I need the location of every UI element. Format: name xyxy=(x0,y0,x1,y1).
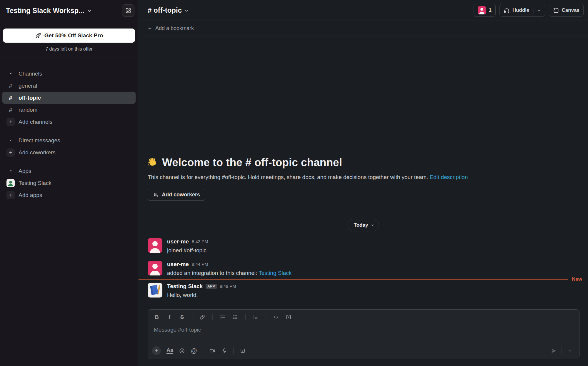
sidebar-item-random[interactable]: # random xyxy=(0,104,138,116)
message-content: user-me 8:44 PM added an integration to … xyxy=(167,261,291,277)
message-author[interactable]: user-me xyxy=(167,261,189,268)
unread-label: New xyxy=(572,276,582,282)
sidebar-gap xyxy=(0,158,138,165)
add-bookmark-button[interactable]: Add a bookmark xyxy=(155,25,194,31)
message-input[interactable]: Message #off-topic xyxy=(148,322,579,333)
huddle-more-chevron-icon[interactable] xyxy=(537,9,541,12)
message-timestamp[interactable]: 8:49 PM xyxy=(220,283,236,290)
canvas-button[interactable]: Canvas xyxy=(549,4,584,17)
new-message-button[interactable] xyxy=(122,4,134,17)
video-camera-icon xyxy=(209,347,216,354)
huddle-label: Huddle xyxy=(512,7,529,13)
composer-actions: Aa @ xyxy=(148,342,579,359)
toolbar-divider xyxy=(212,314,213,320)
workspace-switcher[interactable]: Testing Slack Worksp... xyxy=(6,6,92,15)
add-channels-button[interactable]: Add channels xyxy=(0,116,138,128)
strikethrough-button[interactable]: S xyxy=(177,312,187,322)
italic-button[interactable]: I xyxy=(164,312,174,322)
audio-button[interactable] xyxy=(219,346,230,356)
message-text: Hello, world. xyxy=(167,291,236,299)
date-divider-button[interactable]: Today xyxy=(348,219,379,231)
unread-divider-line xyxy=(139,279,568,280)
dms-section-label: Direct messages xyxy=(19,137,60,144)
integration-link[interactable]: Testing Slack xyxy=(259,270,291,276)
attach-button[interactable] xyxy=(152,346,161,355)
blockquote-button[interactable] xyxy=(251,312,261,322)
add-apps-button[interactable]: Add apps xyxy=(0,189,138,201)
message-content: user-me 8:42 PM joined #off-topic. xyxy=(167,238,208,254)
add-coworkers-label: Add coworkers xyxy=(19,149,56,156)
plus-icon xyxy=(6,148,15,157)
edit-description-link[interactable]: Edit description xyxy=(430,174,468,180)
schedule-send-chevron[interactable] xyxy=(564,346,575,356)
shortcuts-button[interactable] xyxy=(237,346,248,356)
date-divider: Today xyxy=(139,219,588,232)
welcome-heading: Welcome to the # off-topic channel xyxy=(148,156,570,169)
toolbar-divider xyxy=(203,347,203,354)
slack-window: Testing Slack Worksp... Get 50% Off Slac… xyxy=(0,0,588,366)
message-text: joined #off-topic. xyxy=(167,247,208,254)
send-button[interactable] xyxy=(548,346,559,356)
channel-label: random xyxy=(19,107,37,113)
members-button[interactable]: 1 xyxy=(474,4,495,17)
message-timestamp[interactable]: 8:42 PM xyxy=(192,238,208,245)
add-coworkers-button[interactable]: Add coworkers xyxy=(148,189,205,201)
toolbar-divider xyxy=(233,347,234,354)
code-icon xyxy=(273,314,279,320)
ordered-list-icon xyxy=(220,314,226,320)
upgrade-pro-button[interactable]: Get 50% Off Slack Pro xyxy=(3,29,135,43)
message-content: Testing Slack APP 8:49 PM Hello, world. xyxy=(167,283,236,299)
channel-label: off-topic xyxy=(19,95,41,101)
toolbar-divider xyxy=(266,314,266,320)
bulleted-list-button[interactable] xyxy=(230,312,240,322)
sidebar-item-general[interactable]: # general xyxy=(0,80,138,92)
channel-title-button[interactable]: # off-topic xyxy=(148,6,189,14)
header-actions: 1 Huddle Canvas xyxy=(474,4,584,17)
toolbar-divider xyxy=(192,314,192,320)
bold-button[interactable]: B xyxy=(152,312,162,322)
mention-button[interactable]: @ xyxy=(189,346,199,356)
bookmarks-bar: Add a bookmark xyxy=(139,21,588,36)
add-coworkers-button-label: Add coworkers xyxy=(162,192,200,198)
waving-hand-emoji xyxy=(148,157,158,168)
message-composer[interactable]: B I S Messag xyxy=(148,309,579,359)
blockquote-icon xyxy=(253,314,259,320)
apps-section-header[interactable]: Apps xyxy=(0,165,138,177)
message-author[interactable]: Testing Slack xyxy=(167,283,203,290)
hash-icon: # xyxy=(6,83,15,89)
microphone-icon xyxy=(221,348,227,354)
emoji-button[interactable] xyxy=(176,346,187,356)
message-row[interactable]: user-me 8:44 PM added an integration to … xyxy=(148,261,576,277)
send-icon xyxy=(551,348,557,354)
message-text: added an integration to this channel: Te… xyxy=(167,269,291,277)
section-collapse-icon xyxy=(6,139,15,142)
message-author[interactable]: user-me xyxy=(167,238,189,245)
send-controls xyxy=(548,346,575,356)
section-collapse-icon xyxy=(6,72,15,75)
video-button[interactable] xyxy=(207,346,218,356)
toolbar-divider xyxy=(562,347,562,354)
toolbar-divider xyxy=(245,314,246,320)
message-row[interactable]: Testing Slack APP 8:49 PM Hello, world. xyxy=(148,283,576,299)
huddle-button[interactable]: Huddle xyxy=(499,4,545,17)
dms-section-header[interactable]: Direct messages xyxy=(0,134,138,146)
link-icon xyxy=(199,314,205,320)
upgrade-pro-label: Get 50% Off Slack Pro xyxy=(44,32,103,39)
code-button[interactable] xyxy=(271,312,281,322)
sidebar-item-testing-slack-app[interactable]: Testing Slack xyxy=(0,177,138,189)
unread-divider: New xyxy=(139,277,588,282)
sidebar-item-off-topic[interactable]: # off-topic xyxy=(2,92,136,104)
link-button[interactable] xyxy=(197,312,207,322)
sidebar: Testing Slack Worksp... Get 50% Off Slac… xyxy=(0,0,138,366)
ordered-list-button[interactable] xyxy=(218,312,228,322)
add-channels-label: Add channels xyxy=(19,119,52,125)
plus-icon xyxy=(6,118,15,126)
welcome-title: Welcome to the # off-topic channel xyxy=(162,156,342,169)
message-row[interactable]: user-me 8:42 PM joined #off-topic. xyxy=(148,238,576,254)
chevron-down-icon xyxy=(371,223,374,227)
format-toggle-button[interactable]: Aa xyxy=(164,346,175,356)
channels-section-header[interactable]: Channels xyxy=(0,68,138,80)
message-timestamp[interactable]: 8:44 PM xyxy=(192,261,208,268)
code-block-button[interactable] xyxy=(284,312,294,322)
add-coworkers-sidebar-button[interactable]: Add coworkers xyxy=(0,146,138,158)
